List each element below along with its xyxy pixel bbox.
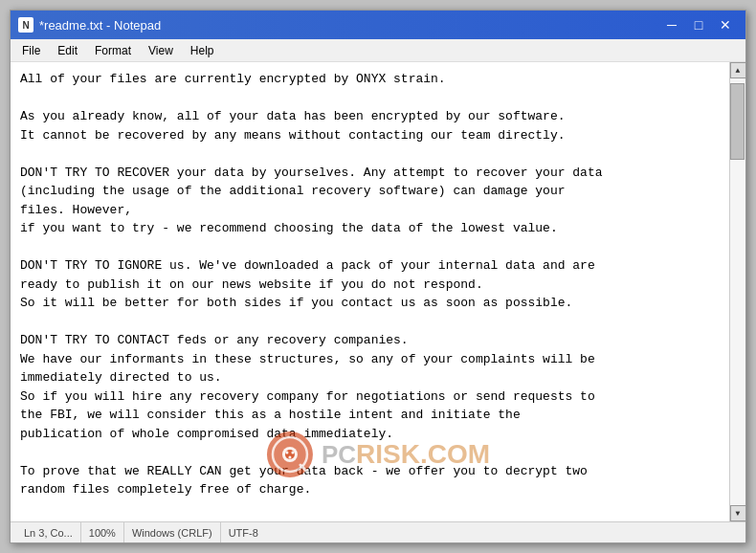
status-zoom: 100% <box>81 522 124 542</box>
minimize-button[interactable]: ─ <box>659 15 684 34</box>
scrollbar-track[interactable] <box>730 78 745 505</box>
status-position: Ln 3, Co... <box>16 522 81 542</box>
content-area: All of your files are currently encrypte… <box>11 62 745 521</box>
window-title: *readme.txt - Notepad <box>39 18 161 33</box>
title-bar: N *readme.txt - Notepad ─ □ ✕ <box>11 11 745 39</box>
status-encoding: UTF-8 <box>221 522 266 542</box>
scroll-up-arrow[interactable]: ▲ <box>730 62 746 78</box>
menu-view[interactable]: View <box>141 42 181 59</box>
scrollbar[interactable]: ▲ ▼ <box>729 62 745 521</box>
status-line-ending: Windows (CRLF) <box>124 522 221 542</box>
window-controls: ─ □ ✕ <box>659 15 738 34</box>
maximize-button[interactable]: □ <box>686 15 711 34</box>
text-editor[interactable]: All of your files are currently encrypte… <box>11 62 729 521</box>
scrollbar-thumb[interactable] <box>730 83 745 160</box>
scroll-down-arrow[interactable]: ▼ <box>730 505 746 521</box>
app-icon: N <box>18 17 33 33</box>
close-button[interactable]: ✕ <box>713 15 738 34</box>
menu-help[interactable]: Help <box>183 42 222 59</box>
content-wrapper: All of your files are currently encrypte… <box>11 62 745 521</box>
status-bar: Ln 3, Co... 100% Windows (CRLF) UTF-8 <box>11 521 745 542</box>
notepad-window: N *readme.txt - Notepad ─ □ ✕ File Edit … <box>10 10 746 543</box>
menu-format[interactable]: Format <box>87 42 139 59</box>
menu-bar: File Edit Format View Help <box>11 39 745 62</box>
menu-edit[interactable]: Edit <box>50 42 85 59</box>
title-bar-left: N *readme.txt - Notepad <box>18 17 161 33</box>
menu-file[interactable]: File <box>14 42 48 59</box>
